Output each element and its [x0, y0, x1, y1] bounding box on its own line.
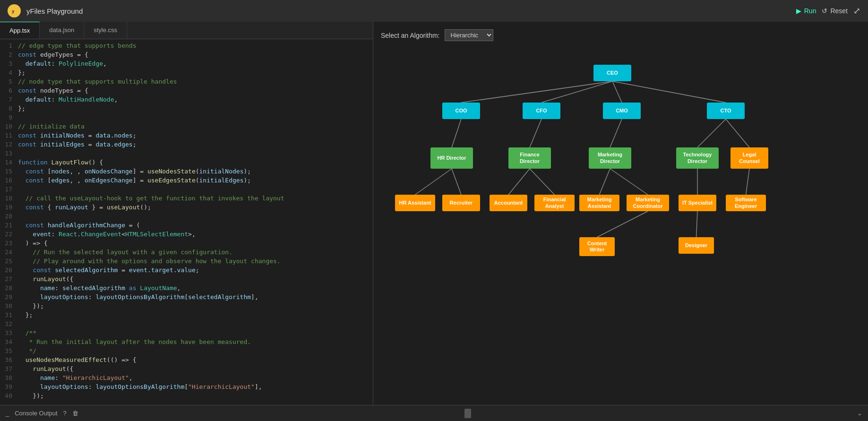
tab-data-json[interactable]: data.json: [40, 22, 84, 39]
edge-mktc-cw: [597, 211, 648, 237]
tab-style-css[interactable]: style.css: [84, 22, 127, 39]
graph-node-swe[interactable]: SoftwareEngineer: [726, 195, 766, 211]
line-number: 38: [0, 373, 18, 382]
line-number: 18: [0, 194, 18, 203]
edge-cto-techd: [697, 119, 726, 147]
edge-cto-legalc: [726, 119, 749, 147]
line-content: function LayoutFlow() {: [18, 158, 373, 167]
edge-find-acc: [508, 169, 530, 195]
code-line: 14function LayoutFlow() {: [0, 158, 373, 167]
graph-node-cfo[interactable]: CFO: [523, 103, 560, 119]
graph-node-find[interactable]: FinanceDirector: [508, 147, 551, 169]
graph-node-mkta[interactable]: MarketingAssistant: [579, 195, 619, 211]
graph-node-coo[interactable]: COO: [442, 103, 480, 119]
line-content: const { runLayout } = useLayout();: [18, 203, 373, 212]
line-number: 8: [0, 104, 18, 113]
chevron-up-icon[interactable]: ⌄: [857, 410, 862, 417]
line-number: 1: [0, 41, 18, 50]
reset-button[interactable]: ↺ Reset: [822, 7, 848, 15]
line-content: // Run the selected layout with a given …: [18, 248, 373, 257]
code-line: 4};: [0, 68, 373, 77]
line-number: 7: [0, 95, 18, 104]
line-content: const edgeTypes = {: [18, 50, 373, 59]
line-number: 6: [0, 86, 18, 95]
app-title: yFiles Playground: [26, 7, 83, 15]
edge-its-des: [696, 211, 698, 237]
code-line: 20: [0, 212, 373, 221]
code-line: 7 default: MultiHandleNode,: [0, 95, 373, 104]
code-line: 34 * Run the initial layout after the no…: [0, 337, 373, 346]
graph-node-cto[interactable]: CTO: [707, 103, 745, 119]
graph-node-des[interactable]: Designer: [679, 237, 714, 254]
edge-hrd-rec: [452, 169, 461, 195]
code-editor[interactable]: 1// edge type that supports bends2const …: [0, 39, 373, 405]
line-content: const nodeTypes = {: [18, 86, 373, 95]
code-line: 2const edgeTypes = {: [0, 50, 373, 59]
graph-node-fina[interactable]: FinancialAnalyst: [534, 195, 575, 211]
line-content: const [nodes, , onNodesChange] = useNode…: [18, 167, 373, 176]
console-scrollbar[interactable]: [464, 409, 471, 418]
line-number: 20: [0, 212, 18, 221]
graph-node-rec[interactable]: Recruiter: [442, 195, 480, 211]
tab-bar: App.tsx data.json style.css: [0, 22, 373, 39]
code-line: 40 });: [0, 391, 373, 400]
line-number: 22: [0, 230, 18, 239]
line-number: 4: [0, 68, 18, 77]
graph-node-cmo[interactable]: CMO: [603, 103, 641, 119]
line-number: 5: [0, 77, 18, 86]
edge-coo-hrd: [452, 119, 461, 147]
edge-mktd-mkta: [600, 169, 610, 195]
graph-node-hrd[interactable]: HR Director: [430, 147, 473, 169]
graph-node-cw[interactable]: ContentWriter: [579, 237, 615, 256]
line-number: 36: [0, 355, 18, 364]
line-content: // Play around with the options and obse…: [18, 257, 373, 266]
expand-button[interactable]: ⤢: [853, 6, 860, 16]
line-number: 10: [0, 122, 18, 131]
code-panel: App.tsx data.json style.css 1// edge typ…: [0, 22, 373, 405]
graph-node-ceo[interactable]: CEO: [593, 65, 631, 81]
line-content: [18, 319, 373, 328]
line-number: 33: [0, 328, 18, 337]
line-number: 25: [0, 257, 18, 266]
topbar: y yFiles Playground ▶ Run ↺ Reset ⤢: [0, 0, 868, 22]
graph-node-acc[interactable]: Accountant: [490, 195, 527, 211]
line-content: */: [18, 346, 373, 355]
code-line: 36 useNodesMeasuredEffect(() => {: [0, 355, 373, 364]
code-line: 32: [0, 319, 373, 328]
line-content: [18, 212, 373, 221]
help-icon[interactable]: ?: [63, 410, 67, 417]
code-line: 27 runLayout({: [0, 275, 373, 284]
code-line: 15 const [nodes, , onNodesChange] = useN…: [0, 167, 373, 176]
console-underscore: _: [6, 410, 9, 417]
code-line: 33 /**: [0, 328, 373, 337]
code-line: 26 const selectedAlgorithm = event.targe…: [0, 266, 373, 275]
algorithm-select[interactable]: HierarchicOrganicOrthogonalTreeRadial: [445, 29, 493, 41]
tab-app-tsx[interactable]: App.tsx: [0, 22, 40, 39]
run-button[interactable]: ▶ Run: [796, 7, 816, 15]
code-line: 31 };: [0, 310, 373, 319]
code-line: 23 ) => {: [0, 239, 373, 248]
graph-node-its[interactable]: IT Specialist: [679, 195, 716, 211]
play-icon: ▶: [796, 7, 801, 15]
graph-node-techd[interactable]: TechnologyDirector: [676, 147, 719, 169]
edge-legalc-swe: [746, 169, 750, 195]
code-line: 19 const { runLayout } = useLayout();: [0, 203, 373, 212]
edge-mktd-mktc: [610, 169, 648, 195]
line-content: };: [18, 68, 373, 77]
code-line: 39 layoutOptions: layoutOptionsByAlgorit…: [0, 382, 373, 391]
edge-ceo-coo: [461, 81, 612, 103]
line-content: [18, 185, 373, 194]
trash-icon[interactable]: 🗑: [72, 410, 78, 417]
line-number: 3: [0, 59, 18, 68]
line-content: /**: [18, 328, 373, 337]
line-number: 14: [0, 158, 18, 167]
graph-node-mktc[interactable]: MarketingCoordinator: [627, 195, 669, 211]
graph-node-mktd[interactable]: MarketingDirector: [589, 147, 631, 169]
line-number: 26: [0, 266, 18, 275]
graph-node-hra[interactable]: HR Assistant: [395, 195, 435, 211]
console-label: Console Output: [15, 410, 57, 417]
graph-node-legalc[interactable]: LegalCounsel: [730, 147, 768, 169]
line-number: 19: [0, 203, 18, 212]
line-number: 27: [0, 275, 18, 284]
edge-ceo-cto: [612, 81, 726, 103]
